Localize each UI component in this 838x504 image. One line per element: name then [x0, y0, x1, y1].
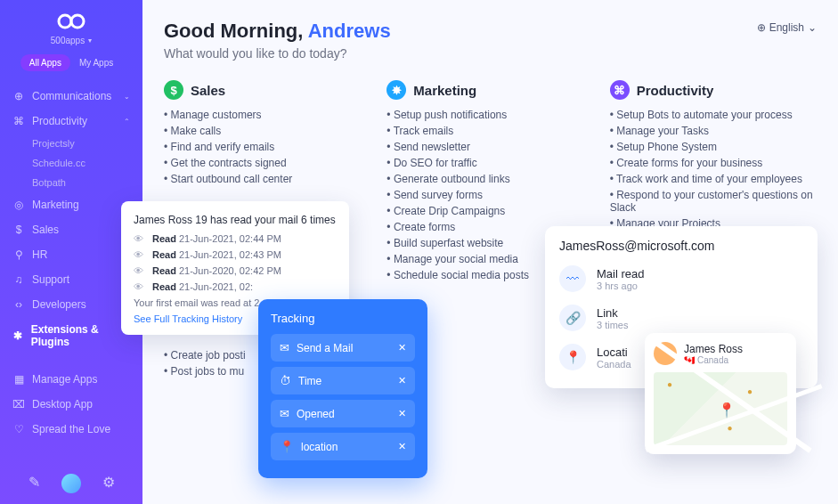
- list-item[interactable]: Create forms for your business: [610, 155, 817, 171]
- open-icon: ✉: [280, 407, 289, 420]
- sidebar-item-label: Extensions & Plugins: [31, 323, 130, 348]
- list-item[interactable]: Send newsletter: [386, 139, 593, 155]
- list-item[interactable]: Setup Bots to automate your process: [610, 107, 817, 123]
- mail-icon: ✉: [280, 341, 289, 354]
- user-avatar[interactable]: [61, 474, 81, 493]
- globe-icon: ⊕: [12, 90, 25, 102]
- contact-row-mail-read: 〰 Mail read3 hrs ago: [559, 265, 803, 292]
- tracking-item-send-mail[interactable]: ✉Send a Mail✕: [271, 334, 415, 362]
- contact-row-sub: 3 hrs ago: [597, 280, 644, 291]
- contact-row-title: Locati: [597, 345, 631, 359]
- read-log-title: James Ross 19 has read your mail 6 times: [134, 214, 337, 226]
- sidebar-item-communications[interactable]: ⊕Communications⌄: [0, 84, 142, 109]
- profile-name: James Ross: [684, 343, 743, 355]
- apps-icon: ▦: [12, 373, 25, 386]
- read-label: Read: [152, 233, 176, 244]
- sidebar-item-label: Support: [32, 273, 69, 286]
- pin-outline-icon: 📍: [559, 344, 586, 370]
- gear-icon: ✱: [12, 329, 24, 342]
- pin-icon: 📍: [280, 440, 294, 453]
- list-item[interactable]: Generate outbound links: [386, 171, 593, 187]
- sidebar-item-label: Spread the Love: [32, 423, 110, 435]
- pen-icon[interactable]: ✎: [28, 474, 40, 493]
- map-poi-icon: ●: [747, 386, 753, 396]
- profile-country: Canada: [697, 355, 728, 365]
- contact-row-sub: 3 times: [597, 320, 628, 330]
- list-item[interactable]: Respond to your customer's questions on …: [610, 187, 817, 215]
- contact-row-title: Link: [597, 306, 628, 320]
- list-item[interactable]: Track emails: [386, 123, 593, 139]
- burst-icon: ✸: [386, 80, 406, 100]
- list-item[interactable]: Manage your Tasks: [610, 123, 817, 139]
- read-label: Read: [152, 265, 176, 276]
- chevron-up-icon: ⌃: [124, 118, 130, 126]
- sidebar-item-spread-love[interactable]: ♡Spread the Love: [0, 417, 142, 442]
- chevron-down-icon[interactable]: ▾: [88, 37, 92, 45]
- heart-icon: ♡: [12, 423, 25, 435]
- sidebar-item-label: Sales: [32, 224, 59, 236]
- list-item[interactable]: Setup Phone System: [610, 139, 817, 155]
- sidebar-item-label: Desktop App: [32, 398, 93, 411]
- sidebar-footer: ✎ ⚙: [0, 474, 142, 493]
- tracking-title: Tracking: [271, 312, 415, 325]
- read-row: 👁Read 21-Jun-2021, 02:43 PM: [134, 249, 337, 260]
- close-icon[interactable]: ✕: [398, 441, 406, 452]
- sidebar-sub-schedule[interactable]: Schedule.cc: [0, 153, 142, 173]
- list-item[interactable]: Make calls: [164, 123, 370, 139]
- tracking-item-location[interactable]: 📍location✕: [271, 433, 415, 460]
- read-row: 👁Read 21-Jun-2021, 02:: [134, 281, 337, 292]
- lang-label: English: [769, 21, 804, 34]
- greeting-name: Andrews: [308, 20, 391, 42]
- sidebar-sub-botpath[interactable]: Botpath: [0, 173, 142, 192]
- dollar-icon: $: [12, 224, 25, 236]
- tracking-item-time[interactable]: ⏱Time✕: [271, 367, 415, 394]
- location-map[interactable]: 📍 ● ● ●: [654, 372, 787, 445]
- greeting-sub: What would you like to do today?: [164, 46, 817, 61]
- list-item[interactable]: Setup push notifications: [386, 107, 593, 123]
- language-selector[interactable]: ⊕ English ⌄: [757, 21, 817, 34]
- read-ts: 21-Jun-2021, 02:44 PM: [179, 233, 281, 244]
- desktop-icon: ⌧: [12, 398, 25, 411]
- app-filter-pills: All Apps My Apps: [0, 54, 142, 71]
- list-item[interactable]: Send survey forms: [386, 187, 593, 203]
- pill-my-apps[interactable]: My Apps: [70, 54, 122, 71]
- sidebar-sub-projectsly[interactable]: Projectsly: [0, 134, 142, 153]
- close-icon[interactable]: ✕: [398, 375, 406, 386]
- logo-icon: [56, 12, 86, 34]
- settings-icon[interactable]: ⚙: [102, 474, 115, 493]
- greeting-text: Good Morning,: [164, 20, 303, 42]
- pill-all-apps[interactable]: All Apps: [20, 54, 70, 71]
- eye-icon: 👁: [134, 249, 143, 260]
- sidebar-item-productivity[interactable]: ⌘Productivity⌃: [0, 109, 142, 134]
- code-icon: ‹›: [12, 298, 25, 311]
- list-item[interactable]: Do SEO for traffic: [386, 155, 593, 171]
- list-item[interactable]: Start outbound call center: [164, 171, 370, 187]
- tracking-item-opened[interactable]: ✉Opened✕: [271, 400, 415, 427]
- productivity-list: Setup Bots to automate your process Mana…: [610, 107, 817, 232]
- eye-icon: 👁: [134, 265, 143, 276]
- tracking-item-label: Time: [298, 375, 321, 387]
- list-item[interactable]: Track work and time of your employees: [610, 171, 817, 187]
- eye-icon: 👁: [134, 281, 143, 292]
- map-poi-icon: ●: [667, 379, 672, 389]
- list-item[interactable]: Get the contracts signed: [164, 155, 370, 171]
- read-row: 👁Read 21-Jun-2020, 02:42 PM: [134, 265, 337, 276]
- list-item[interactable]: Find and verify emails: [164, 139, 370, 155]
- contact-row-sub: Canada: [597, 359, 631, 370]
- brand-logo: 500apps ▾: [0, 12, 142, 45]
- list-item[interactable]: Create Drip Campaigns: [386, 203, 593, 219]
- sidebar-item-label: Developers: [32, 298, 86, 311]
- link-icon: 🔗: [559, 305, 586, 331]
- dollar-circle-icon: $: [164, 80, 183, 100]
- list-item[interactable]: Manage customers: [164, 107, 370, 123]
- brand-name: 500apps: [51, 36, 85, 45]
- sidebar-item-label: Communications: [32, 90, 111, 102]
- sidebar-item-manage-apps[interactable]: ▦Manage Apps: [0, 367, 142, 392]
- sidebar-item-desktop-app[interactable]: ⌧Desktop App: [0, 392, 142, 417]
- close-icon[interactable]: ✕: [398, 408, 406, 419]
- close-icon[interactable]: ✕: [398, 342, 406, 354]
- contact-row-link: 🔗 Link3 times: [559, 305, 803, 331]
- eye-icon: 👁: [134, 233, 143, 244]
- sidebar-item-label: Productivity: [32, 115, 87, 127]
- person-icon: ⚲: [12, 248, 25, 261]
